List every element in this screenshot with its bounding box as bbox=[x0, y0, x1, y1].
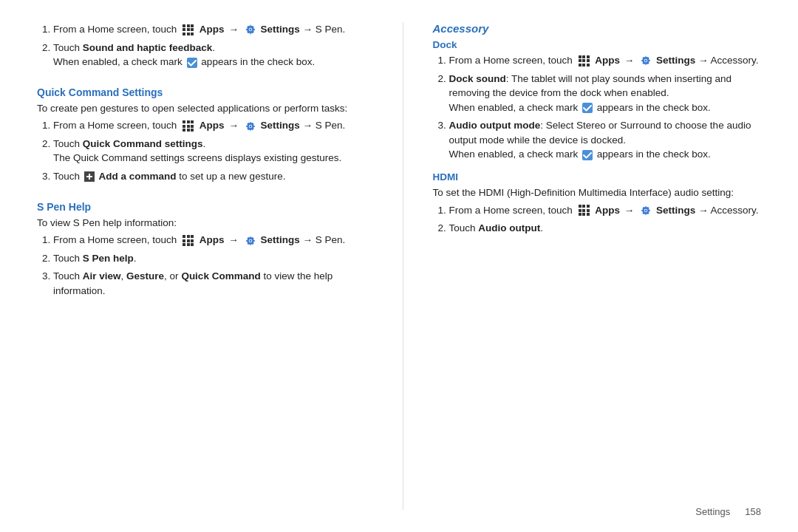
spen-intro: To view S Pen help information: bbox=[37, 216, 373, 231]
settings-gear-icon-4 bbox=[640, 55, 652, 66]
spen-step2: Touch S Pen help. bbox=[53, 251, 373, 266]
hdmi-title: HDMI bbox=[433, 171, 769, 183]
settings-gear-icon bbox=[245, 24, 256, 35]
svg-point-2 bbox=[249, 29, 251, 31]
settings-gear-icon-5 bbox=[640, 205, 652, 216]
footer-page: 158 bbox=[745, 506, 761, 517]
footer-label: Settings bbox=[695, 506, 730, 517]
dock-step2: Dock sound: The tablet will not play sou… bbox=[449, 72, 769, 115]
right-column: Accessory Dock From a Home screen, touch… bbox=[433, 22, 769, 510]
checkmark-icon-3 bbox=[582, 150, 593, 160]
spen-step3: Touch Air view, Gesture, or Quick Comman… bbox=[53, 269, 373, 298]
checkmark-icon-2 bbox=[582, 103, 593, 113]
apps-grid-icon-5 bbox=[577, 205, 591, 216]
left-column: From a Home screen, touch Apps → bbox=[37, 22, 373, 510]
accessory-title: Accessory bbox=[433, 22, 769, 35]
hdmi-step2: Touch Audio output. bbox=[449, 221, 769, 236]
apps-grid-icon-3 bbox=[181, 235, 195, 246]
hdmi-intro: To set the HDMI (High-Definition Multime… bbox=[433, 185, 769, 200]
quick-command-title: Quick Command Settings bbox=[37, 86, 373, 98]
hdmi-step1: From a Home screen, touch Apps → bbox=[449, 203, 769, 218]
settings-gear-icon-2 bbox=[245, 120, 256, 132]
dock-step1: From a Home screen, touch Apps → bbox=[449, 53, 769, 68]
spen-help-title: S Pen Help bbox=[37, 201, 373, 213]
svg-point-13 bbox=[645, 209, 647, 211]
footer: Settings 158 bbox=[695, 506, 761, 517]
dock-title: Dock bbox=[433, 39, 769, 50]
spen-step1: From a Home screen, touch Apps → bbox=[53, 233, 373, 248]
svg-point-5 bbox=[249, 125, 251, 127]
qc-step2: Touch Quick Command settings. The Quick … bbox=[53, 137, 373, 166]
settings-gear-icon-3 bbox=[245, 235, 256, 247]
checkmark-icon bbox=[187, 58, 197, 68]
qc-step1: From a Home screen, touch Apps → bbox=[53, 118, 373, 133]
quick-command-intro: To create pen gestures to open selected … bbox=[37, 101, 373, 116]
column-divider bbox=[403, 22, 403, 510]
apps-grid-icon bbox=[181, 24, 195, 35]
qc-step3: Touch Add a command to set up a new gest… bbox=[53, 169, 373, 184]
svg-point-7 bbox=[249, 239, 251, 242]
intro-step1: From a Home screen, touch Apps → bbox=[53, 22, 373, 37]
apps-grid-icon-2 bbox=[181, 120, 195, 132]
plus-icon bbox=[84, 171, 95, 182]
intro-step2: Touch Sound and haptic feedback. When en… bbox=[53, 41, 373, 69]
svg-point-9 bbox=[645, 60, 647, 62]
page: From a Home screen, touch Apps → bbox=[0, 0, 798, 532]
dock-step3: Audio output mode: Select Stereo or Surr… bbox=[449, 118, 769, 162]
apps-grid-icon-4 bbox=[577, 55, 591, 66]
